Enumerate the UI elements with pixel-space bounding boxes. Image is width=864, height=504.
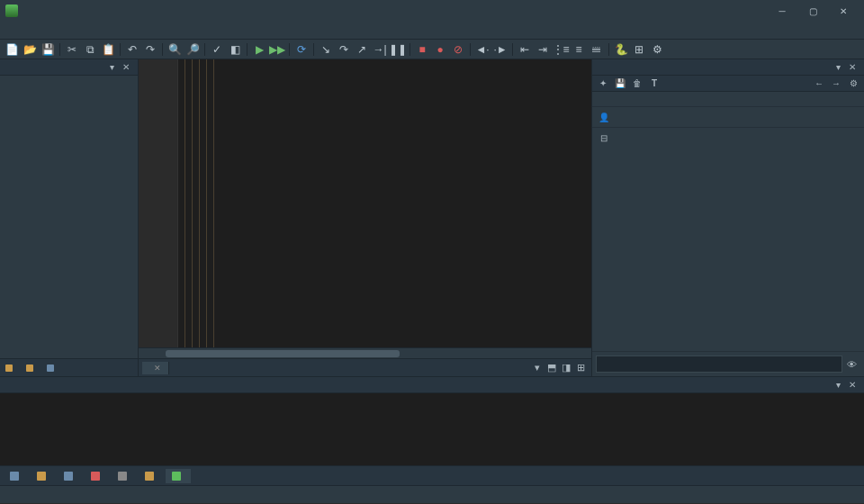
- save-icon[interactable]: 💾: [40, 41, 56, 58]
- menu-search[interactable]: [38, 29, 52, 32]
- split-vertical-icon[interactable]: ◨: [559, 361, 573, 375]
- run-last-icon[interactable]: ▶▶: [269, 41, 285, 58]
- tab-code-explorer[interactable]: [41, 363, 62, 374]
- new-tab-icon[interactable]: ⊞: [573, 361, 588, 375]
- chat-watch-icon[interactable]: 👁: [842, 356, 860, 373]
- menu-edit[interactable]: [22, 29, 36, 32]
- indent-icon[interactable]: ⇥: [535, 41, 551, 58]
- code-editor[interactable]: [214, 59, 591, 347]
- editor-tab-inspect[interactable]: ✕: [142, 362, 169, 374]
- tab-file-explorer[interactable]: [0, 363, 21, 374]
- indent-guides: [178, 59, 214, 347]
- chat-panel: ▾ ✕ ✦ 💾 🗑 T ← → ⚙ 👤 ⊟ �: [591, 59, 864, 376]
- chat-save-icon[interactable]: 💾: [613, 76, 627, 91]
- tab-watches[interactable]: [58, 469, 83, 483]
- app-logo-icon: [5, 4, 18, 17]
- copy-icon[interactable]: ⧉: [82, 41, 98, 58]
- run-to-cursor-icon[interactable]: →|: [372, 41, 388, 58]
- main-toolbar: 📄 📂 💾 ✂ ⧉ 📋 ↶ ↷ 🔍 🔎 ✓ ◧ ▶ ▶▶ ⟳ ↘ ↷ ↗ →| …: [0, 40, 864, 59]
- interpreter-header: ▾ ✕: [0, 377, 864, 393]
- tab-messages[interactable]: [139, 469, 164, 483]
- layouts-icon[interactable]: ⊞: [631, 41, 647, 58]
- chat-dropdown-icon[interactable]: ▾: [832, 61, 844, 74]
- maximize-button[interactable]: ▢: [797, 0, 828, 22]
- interpreter-dropdown-icon[interactable]: ▾: [832, 379, 844, 392]
- bottom-tool-tabs: [0, 465, 864, 485]
- chat-result-text: [592, 99, 864, 106]
- back-icon[interactable]: ◄·: [474, 41, 490, 58]
- record-icon[interactable]: ●: [432, 41, 448, 58]
- step-into-icon[interactable]: ↘: [318, 41, 334, 58]
- tab-output[interactable]: [112, 469, 137, 483]
- editor-area: ✕ ▾ ⬒ ◨ ⊞: [139, 59, 591, 376]
- toggle-comment-icon[interactable]: ⩸: [589, 41, 605, 58]
- chat-prev-icon[interactable]: ←: [812, 76, 826, 91]
- menu-help[interactable]: [119, 29, 133, 32]
- chat-body[interactable]: 👤 ⊟: [592, 92, 864, 351]
- panel-close-icon[interactable]: ✕: [120, 61, 132, 74]
- chat-next-icon[interactable]: →: [829, 76, 843, 91]
- interpreter-panel: ▾ ✕: [0, 376, 864, 465]
- split-horizontal-icon[interactable]: ⬒: [544, 361, 559, 375]
- chat-input[interactable]: [596, 356, 842, 373]
- step-over-icon[interactable]: ↷: [336, 41, 352, 58]
- python-icon[interactable]: 🐍: [613, 41, 629, 58]
- paste-icon[interactable]: 📋: [100, 41, 116, 58]
- chat-trash-icon[interactable]: 🗑: [630, 76, 644, 91]
- chat-code-block: [592, 92, 864, 99]
- chat-title-icon[interactable]: T: [647, 76, 662, 91]
- menu-project[interactable]: [70, 29, 85, 32]
- pause-icon[interactable]: ❚❚: [390, 41, 406, 58]
- tab-variables[interactable]: [31, 469, 56, 483]
- debug-icon[interactable]: ⟳: [293, 41, 310, 58]
- chat-assistant-row: ⊟: [592, 127, 864, 148]
- run-icon[interactable]: ▶: [251, 41, 267, 58]
- menu-bar: [0, 22, 864, 40]
- chat-input-row: 👁: [592, 351, 864, 376]
- tab-python-interpreter[interactable]: [166, 469, 191, 483]
- chat-assistant-message: [616, 131, 859, 144]
- comment-icon[interactable]: ⋮≡: [553, 41, 569, 58]
- menu-tools[interactable]: [103, 29, 117, 32]
- options-icon[interactable]: ⚙: [649, 41, 665, 58]
- chat-close-icon[interactable]: ✕: [846, 61, 859, 74]
- panel-dropdown-icon[interactable]: ▾: [105, 61, 118, 74]
- menu-file[interactable]: [5, 29, 20, 32]
- minimize-button[interactable]: ─: [767, 0, 797, 22]
- import-module-icon[interactable]: ◧: [227, 41, 243, 58]
- new-file-icon[interactable]: 📄: [4, 41, 20, 58]
- editor-horizontal-scrollbar[interactable]: [139, 347, 591, 358]
- tab-close-icon[interactable]: ✕: [154, 364, 161, 373]
- tab-list-icon[interactable]: ▾: [530, 361, 544, 375]
- menu-view[interactable]: [54, 29, 68, 32]
- close-button[interactable]: ✕: [828, 0, 859, 22]
- forward-icon[interactable]: ·►: [492, 41, 508, 58]
- editor-viewport[interactable]: [139, 59, 591, 347]
- status-bar: [0, 485, 864, 503]
- redo-icon[interactable]: ↷: [142, 41, 158, 58]
- outdent-icon[interactable]: ⇤: [517, 41, 533, 58]
- chat-settings-icon[interactable]: ⚙: [846, 76, 860, 91]
- chat-new-icon[interactable]: ✦: [596, 76, 610, 91]
- uncomment-icon[interactable]: ≡: [571, 41, 587, 58]
- replace-icon[interactable]: 🔎: [184, 41, 201, 58]
- tab-call-stack[interactable]: [4, 469, 29, 483]
- cut-icon[interactable]: ✂: [64, 41, 80, 58]
- menu-run[interactable]: [86, 29, 101, 32]
- interpreter-console[interactable]: [0, 393, 864, 465]
- open-file-icon[interactable]: 📂: [22, 41, 38, 58]
- search-icon[interactable]: 🔍: [166, 41, 183, 58]
- title-bar: ─ ▢ ✕: [0, 0, 864, 22]
- step-out-icon[interactable]: ↗: [354, 41, 370, 58]
- stop-icon[interactable]: ■: [414, 41, 430, 58]
- tab-breakpoints[interactable]: [85, 469, 110, 483]
- user-avatar-icon: 👤: [598, 111, 610, 123]
- interpreter-close-icon[interactable]: ✕: [846, 379, 859, 392]
- left-panel-tabs: [0, 358, 138, 376]
- undo-icon[interactable]: ↶: [124, 41, 140, 58]
- abort-icon[interactable]: ⊘: [450, 41, 466, 58]
- tab-project-explorer[interactable]: [21, 363, 41, 374]
- check-syntax-icon[interactable]: ✓: [209, 41, 225, 58]
- editor-tab-bar: ✕ ▾ ⬒ ◨ ⊞: [139, 358, 591, 376]
- code-explorer-tree[interactable]: [0, 76, 138, 358]
